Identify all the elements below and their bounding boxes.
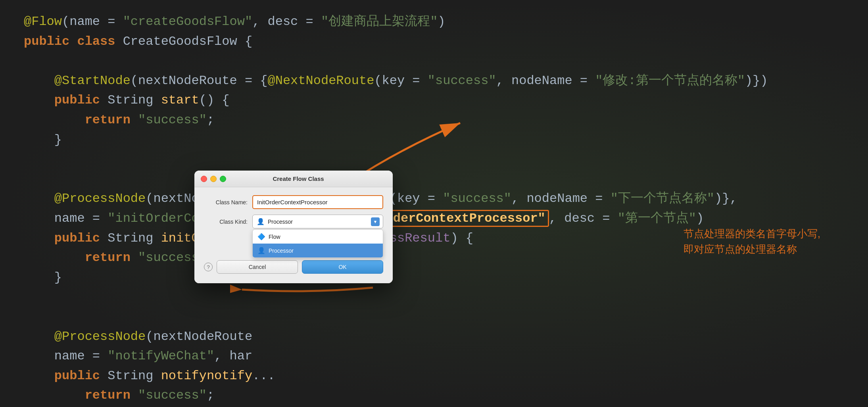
code-line-18: name = "notifyWeChat", har bbox=[24, 346, 844, 366]
dropdown-menu: 🔷 Flow 👤 Processor bbox=[252, 229, 383, 258]
code-line-10: @ProcessNode(nextNodeRoute = {@NextNodeR… bbox=[24, 189, 844, 209]
ok-button[interactable]: OK bbox=[302, 260, 383, 274]
dialog-title: Create Flow Class bbox=[210, 175, 386, 182]
code-line-19: public String notifynotify... bbox=[24, 366, 844, 386]
class-name-label: Class Name: bbox=[204, 199, 248, 205]
dialog-footer: ? Cancel OK bbox=[204, 260, 383, 275]
annotation-flow: @Flow bbox=[24, 14, 62, 29]
dropdown-item-flow[interactable]: 🔷 Flow bbox=[253, 230, 383, 244]
code-line-blank3 bbox=[24, 169, 844, 189]
code-line-1: @Flow(name = "createGoodsFlow", desc = "… bbox=[24, 12, 844, 32]
processor-icon: 👤 bbox=[257, 247, 265, 254]
code-line-12: public String initOrderContext(Boolean p… bbox=[24, 228, 844, 248]
code-line-20: return "success"; bbox=[24, 386, 844, 405]
code-line-13: return "success"; bbox=[24, 248, 844, 268]
code-line-2: public class CreateGoodsFlow { bbox=[24, 32, 844, 52]
help-button[interactable]: ? bbox=[204, 263, 213, 271]
code-block: @Flow(name = "createGoodsFlow", desc = "… bbox=[24, 12, 844, 407]
close-button[interactable] bbox=[201, 176, 207, 182]
code-line-blank4 bbox=[24, 287, 844, 307]
dropdown-flow-label: Flow bbox=[269, 234, 280, 240]
code-line-blank1 bbox=[24, 51, 844, 71]
code-line-7: } bbox=[24, 130, 844, 150]
code-line-6: return "success"; bbox=[24, 110, 844, 130]
code-line-4: @StartNode(nextNodeRoute = {@NextNodeRou… bbox=[24, 71, 844, 91]
code-editor: @Flow(name = "createGoodsFlow", desc = "… bbox=[0, 0, 868, 407]
cancel-button[interactable]: Cancel bbox=[217, 260, 298, 274]
code-line-21: } bbox=[24, 405, 844, 407]
class-kind-row: Class Kind: 👤 Processor ▼ 🔷 Flow bbox=[204, 215, 383, 228]
class-kind-display[interactable]: 👤 Processor ▼ bbox=[252, 215, 383, 228]
code-line-blank2 bbox=[24, 150, 844, 169]
flow-icon: 🔷 bbox=[257, 233, 265, 240]
code-line-14: } bbox=[24, 268, 844, 288]
code-line-5: public String start() { bbox=[24, 90, 844, 110]
class-name-row: Class Name: bbox=[204, 195, 383, 209]
code-line-17: @ProcessNode(nextNodeRoute bbox=[24, 327, 844, 347]
processor-icon-selected: 👤 bbox=[257, 218, 265, 225]
select-arrow-icon: ▼ bbox=[371, 217, 380, 226]
class-kind-label: Class Kind: bbox=[204, 219, 248, 225]
dropdown-item-processor[interactable]: 👤 Processor bbox=[253, 244, 383, 257]
code-line-blank5 bbox=[24, 307, 844, 327]
class-kind-select-wrapper[interactable]: 👤 Processor ▼ 🔷 Flow 👤 Processor bbox=[252, 215, 383, 228]
dropdown-processor-label: Processor bbox=[269, 248, 294, 254]
dialog-titlebar: Create Flow Class bbox=[194, 171, 393, 187]
class-name-input[interactable] bbox=[252, 195, 383, 209]
code-line-11: name = "initOrderContext", handler = "in… bbox=[24, 209, 844, 228]
dialog-body: Class Name: Class Kind: 👤 Processor ▼ 🔷 bbox=[194, 187, 393, 283]
create-flow-class-dialog: Create Flow Class Class Name: Class Kind… bbox=[194, 171, 393, 283]
class-kind-value: Processor bbox=[268, 219, 293, 225]
